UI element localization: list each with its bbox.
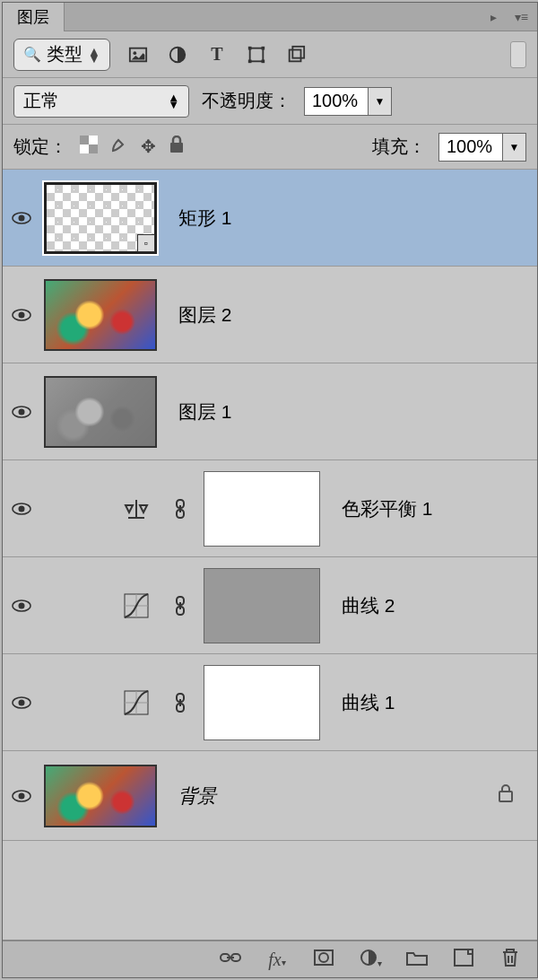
fill-dropdown-icon[interactable]: ▼ [502, 134, 525, 161]
opacity-dropdown-icon[interactable]: ▼ [368, 88, 391, 115]
visibility-toggle[interactable] [12, 406, 31, 418]
fill-input[interactable]: 100% [439, 134, 502, 161]
lock-icon [498, 784, 514, 807]
curves-icon [116, 592, 157, 619]
visibility-toggle[interactable] [12, 503, 31, 515]
lock-all-icon[interactable] [169, 136, 185, 158]
visibility-toggle[interactable] [12, 212, 31, 224]
layer-thumbnail[interactable] [44, 279, 157, 351]
lock-transparency-icon[interactable] [80, 136, 98, 158]
shape-badge-icon: ▫ [137, 234, 155, 252]
filter-smartobject-icon[interactable] [284, 43, 308, 66]
filter-shape-icon[interactable] [245, 43, 268, 66]
visibility-toggle[interactable] [12, 309, 31, 321]
layer-thumbnail[interactable] [44, 376, 157, 448]
filter-adjustment-icon[interactable] [166, 43, 189, 66]
filter-toggle[interactable] [510, 41, 526, 68]
lock-label: 锁定： [13, 135, 67, 159]
visibility-toggle[interactable] [12, 790, 31, 802]
opacity-input[interactable]: 100% [305, 88, 368, 115]
mask-thumbnail[interactable] [204, 665, 320, 740]
updown-icon: ▲▼ [168, 94, 179, 109]
svg-point-27 [19, 602, 25, 608]
filter-label: 类型 [47, 42, 82, 66]
panel-tab-layers[interactable]: 图层 [3, 3, 65, 31]
link-icon[interactable] [166, 498, 195, 520]
updown-icon: ▲▼ [88, 48, 100, 62]
layer-thumbnail[interactable] [44, 765, 157, 827]
effects-icon[interactable]: fx▾ [265, 949, 290, 970]
layer-row[interactable]: 图层 2 [3, 267, 537, 363]
svg-rect-14 [170, 143, 183, 153]
svg-rect-7 [261, 59, 265, 63]
mask-thumbnail[interactable] [204, 568, 320, 643]
fill-label: 填充： [372, 135, 426, 159]
lock-position-icon[interactable]: ✥ [141, 136, 156, 158]
filter-pixel-icon[interactable] [126, 43, 150, 66]
filter-type-layer-icon[interactable]: T [205, 43, 229, 66]
svg-rect-11 [89, 144, 98, 153]
svg-rect-4 [248, 46, 252, 49]
svg-rect-6 [248, 59, 252, 63]
link-layers-icon[interactable] [218, 949, 243, 970]
filter-type-select[interactable]: 🔍 类型 ▲▼ [13, 39, 110, 71]
layer-row[interactable]: 图层 1 [3, 363, 537, 460]
search-icon: 🔍 [23, 46, 41, 63]
new-mask-icon[interactable] [311, 949, 336, 970]
layer-name[interactable]: 矩形 1 [178, 206, 232, 231]
svg-rect-51 [455, 949, 473, 966]
balance-icon [116, 496, 157, 521]
layer-row[interactable]: 色彩平衡 1 [3, 460, 537, 557]
layer-row[interactable]: 背景 [3, 751, 537, 841]
layer-row[interactable]: 曲线 2 [3, 557, 537, 654]
layer-name[interactable]: 图层 1 [178, 399, 232, 424]
svg-point-20 [19, 408, 25, 415]
opacity-label: 不透明度： [202, 89, 291, 113]
svg-rect-5 [261, 46, 265, 49]
link-icon[interactable] [166, 595, 195, 617]
layer-name[interactable]: 曲线 2 [342, 593, 395, 618]
svg-rect-12 [89, 136, 98, 144]
panel-menu-icon[interactable]: ▾≡ [506, 6, 537, 28]
mask-thumbnail[interactable] [204, 471, 320, 547]
layer-name[interactable]: 背景 [178, 783, 216, 809]
new-adjustment-icon[interactable]: ▾ [358, 949, 383, 971]
layer-row[interactable]: ▫ 矩形 1 [3, 170, 537, 267]
lock-pixels-icon[interactable] [110, 136, 128, 158]
curves-icon [116, 689, 157, 716]
delete-layer-icon[interactable] [498, 948, 523, 972]
layers-list: ▫ 矩形 1 图层 2 图层 1 色彩平衡 1 [3, 170, 537, 940]
layer-thumbnail[interactable]: ▫ [44, 182, 157, 254]
svg-point-1 [133, 51, 136, 55]
svg-point-35 [19, 699, 25, 705]
svg-point-22 [19, 505, 25, 512]
new-group-icon[interactable] [404, 949, 430, 970]
svg-point-18 [19, 311, 25, 318]
svg-point-43 [19, 792, 25, 799]
collapse-icon[interactable]: ▸ [482, 6, 506, 28]
visibility-toggle[interactable] [12, 599, 31, 612]
layer-name[interactable]: 曲线 1 [342, 690, 395, 715]
svg-rect-44 [499, 792, 512, 801]
svg-rect-13 [80, 144, 89, 153]
layer-name[interactable]: 色彩平衡 1 [342, 496, 433, 521]
layer-row[interactable]: 曲线 1 [3, 654, 537, 751]
blend-mode-label: 正常 [23, 89, 59, 113]
link-icon[interactable] [166, 692, 195, 713]
svg-point-16 [19, 214, 25, 221]
layer-name[interactable]: 图层 2 [178, 302, 232, 328]
svg-rect-3 [250, 48, 264, 61]
blend-mode-select[interactable]: 正常 ▲▼ [13, 85, 189, 118]
svg-rect-8 [290, 49, 301, 61]
svg-rect-9 [292, 46, 304, 57]
visibility-toggle[interactable] [12, 696, 31, 709]
svg-point-49 [319, 953, 328, 962]
new-layer-icon[interactable] [451, 949, 476, 971]
svg-rect-10 [80, 136, 89, 144]
